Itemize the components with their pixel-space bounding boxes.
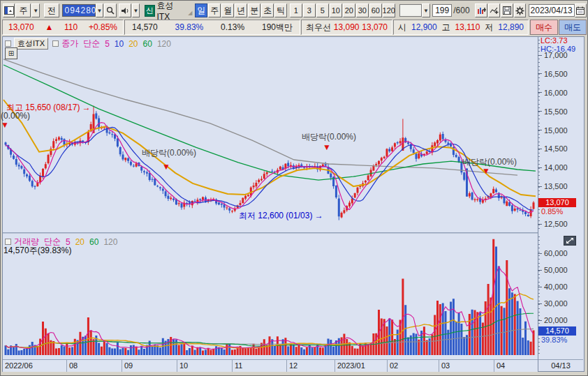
x-axis-label: 10 [177, 360, 232, 372]
day-volume: 14,570 [132, 22, 158, 32]
add-indicator-icon [477, 6, 486, 15]
interval-select-dropdown[interactable]: ▼ [422, 3, 430, 17]
toolbar: 주 ▼ 전 094280 ▼ ▼ 신 효성ITX ◢ 일주월년분초틱 13510… [1, 1, 588, 19]
low-label: 저 [485, 22, 493, 33]
new-window-button[interactable] [3, 3, 15, 17]
chart-annotation: (0.00%) [1, 111, 30, 121]
period-tab-주[interactable]: 주 [208, 3, 221, 17]
interval-button-120[interactable]: 120 [383, 3, 395, 17]
candle-count-input[interactable]: 199 [432, 4, 452, 17]
save-icon [503, 6, 511, 15]
stock-name-label: 효성ITX [157, 0, 189, 22]
interval-button-3[interactable]: 3 [303, 3, 316, 17]
x-axis-label: 08 [66, 360, 122, 372]
price-axis-label: 13,500 [544, 182, 568, 190]
prev-label: 전 [47, 5, 56, 17]
x-axis-label: 11 [232, 360, 286, 372]
ma-period-label: 20 [75, 237, 84, 247]
x-axis-label: 2023/01 [335, 360, 387, 372]
quick-period-button[interactable]: 주 [15, 3, 31, 17]
interval-button-60[interactable]: 60 [369, 3, 382, 17]
sound-dropdown[interactable]: ▼ [132, 3, 140, 17]
current-volume-percent: 39.83% [541, 336, 567, 344]
candle-count-max: /600 [453, 6, 469, 15]
save-button[interactable] [501, 3, 513, 17]
turnover-ratio: 0.13% [221, 22, 244, 32]
price-ma5-line [6, 123, 534, 213]
stock-code-dropdown[interactable]: ▼ [96, 3, 104, 17]
legend-checkbox-icon[interactable] [5, 40, 11, 47]
chart-annotation: 배당락(0.00%) [142, 147, 196, 159]
date-input[interactable]: 2023/04/13 [529, 4, 575, 17]
candle-bodies-up [36, 114, 534, 217]
chart-window-icon [4, 6, 14, 15]
search-button[interactable] [104, 3, 116, 17]
quote-bar: 13,070 ▲ 110 +0.85% 14,570 39.83% 0.13% … [2, 20, 587, 35]
current-price-tag: 13,070 [538, 198, 576, 207]
volume-tick [538, 270, 542, 271]
period-tab-월[interactable]: 월 [221, 3, 234, 17]
ma-period-label: 120 [157, 39, 171, 49]
x-axis-label: 12 [286, 360, 335, 372]
chart-window: 주 ▼ 전 094280 ▼ ▼ 신 효성ITX ◢ 일주월년분초틱 13510… [0, 0, 588, 376]
volume-chart[interactable] [1, 234, 538, 359]
pane-divider[interactable] [3, 232, 538, 234]
interval-button-1[interactable]: 1 [290, 3, 302, 17]
trade-amount: 190백만 [262, 22, 293, 33]
price-axis-label: 16,500 [544, 70, 568, 78]
price-chart[interactable] [1, 36, 538, 232]
stock-code-value: 094280 [65, 6, 97, 15]
grid-tool-button[interactable]: ⊞ [5, 47, 17, 59]
interval-button-10[interactable]: 10 [330, 3, 342, 17]
ma-period-label: 60 [89, 237, 98, 247]
search-icon [106, 6, 115, 15]
x-axis: 2022/0608091011122023/01020304 [3, 359, 538, 372]
ma-period-label: 10 [115, 39, 124, 49]
sell-button[interactable]: 매도 [559, 20, 587, 35]
price-tick [538, 73, 542, 74]
best-bid: 13,070 [362, 22, 388, 32]
period-tab-분[interactable]: 분 [248, 3, 260, 17]
quick-period-dropdown[interactable]: ▼ [31, 3, 40, 17]
sound-button[interactable] [119, 3, 131, 17]
add-indicator-button[interactable] [475, 3, 487, 17]
ma-period-label: 5 [105, 39, 110, 49]
ma-period-label: 20 [128, 39, 138, 49]
high-label: 고 [442, 22, 450, 33]
period-tab-틱[interactable]: 틱 [274, 3, 287, 17]
down-arrow-icon: ▼ [482, 167, 490, 174]
volume-axis-label: 30,000 [544, 299, 568, 308]
calendar-button[interactable] [575, 3, 587, 17]
price-tick [538, 130, 542, 130]
interval-button-5[interactable]: 5 [316, 3, 329, 17]
candle-wicks-down [6, 111, 528, 220]
legend-checkbox-icon[interactable] [5, 239, 11, 245]
period-tabs: 일주월년분초틱 [195, 3, 288, 17]
market-badge-label: 신 [146, 6, 154, 16]
settings-button[interactable] [514, 3, 526, 17]
interval-select[interactable] [399, 4, 422, 17]
interval-button-30[interactable]: 30 [356, 3, 369, 17]
legend-stock-chip[interactable]: 효성ITX [14, 38, 48, 50]
period-tab-년[interactable]: 년 [235, 3, 247, 17]
period-tab-초[interactable]: 초 [261, 3, 274, 17]
add-trendline-button[interactable] [488, 3, 500, 17]
high-value: 13,110 [455, 22, 480, 32]
change-arrow-icon: ▲ [45, 22, 53, 32]
stock-code-input[interactable]: 094280 [62, 4, 96, 17]
down-arrow-icon: ▼ [1, 121, 9, 128]
price-ma-periods: 5102060120 [105, 39, 176, 49]
current-volume-tag: 14,570 [538, 326, 576, 336]
last-price: 13,070 [8, 22, 34, 32]
pane-expand-button[interactable] [564, 236, 576, 246]
volume-axis-label: 20,000 [544, 316, 568, 324]
ma-period-label: 60 [143, 39, 152, 49]
prev-button[interactable]: 전 [44, 3, 59, 17]
buy-button[interactable]: 매수 [530, 20, 558, 35]
interval-button-20[interactable]: 20 [343, 3, 355, 17]
legend-checkbox-icon[interactable] [52, 40, 59, 47]
volume-tick [538, 253, 542, 254]
volume-tick [538, 303, 542, 304]
resize-grip-icon: ◢ [188, 10, 192, 16]
period-tab-일[interactable]: 일 [195, 3, 207, 17]
